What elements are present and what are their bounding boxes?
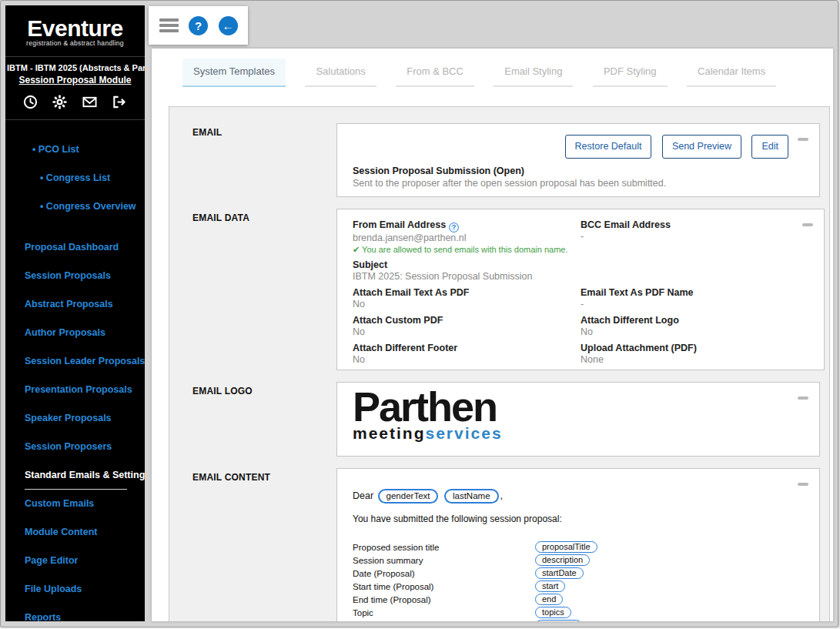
field-bcc-email: BCC Email Address - [581, 219, 808, 255]
collapse-dash-icon[interactable] [798, 483, 808, 486]
section-email: EMAIL Restore Default Send Preview Edit … [169, 123, 829, 197]
merge-tag-lastname: lastName [444, 489, 499, 504]
field-attach-email-text-pdf: Attach Email Text As PDF No [353, 287, 581, 310]
field-label: Email Text As PDF Name [581, 287, 808, 299]
greeting-line: Dear genderText lastName, [353, 489, 804, 504]
mail-icon[interactable] [82, 95, 97, 109]
sidebar-item-congress-overview[interactable]: • Congress Overview [5, 200, 145, 212]
logout-icon[interactable] [112, 95, 126, 109]
collapse-dash-icon[interactable] [798, 396, 808, 400]
content-panel: EMAIL Restore Default Send Preview Edit … [169, 106, 830, 621]
content-row: Topic (Proposal) topicText [353, 619, 804, 621]
field-value: - [581, 231, 808, 243]
edit-button[interactable]: Edit [751, 135, 788, 159]
app-logo-subtitle: registration & abstract handling [5, 39, 145, 47]
field-value: IBTM 2025: Session Proposal Submission [353, 271, 808, 283]
sidebar-item-author-proposals[interactable]: Author Proposals [5, 326, 145, 339]
field-label: Subject [353, 259, 808, 271]
content-row: Start time (Proposal) start [353, 580, 804, 593]
top-toolbar: ? ← [149, 6, 248, 45]
parthen-logo-sub-black: meeting [353, 424, 426, 442]
field-attach-custom-pdf: Attach Custom PDF No [353, 315, 581, 338]
field-help-icon[interactable]: ? [449, 222, 459, 233]
parthen-logo-sub-blue: services [426, 424, 503, 442]
email-content-rows: Proposed session title proposalTitle Ses… [353, 540, 804, 621]
field-from-email: From Email Address? brenda.jansen@parthe… [353, 219, 581, 255]
greeting-prefix: Dear [353, 490, 373, 501]
field-label: Upload Attachment (PDF) [581, 343, 808, 354]
sidebar-nav: • PCO List • Congress List • Congress Ov… [5, 120, 145, 621]
sidebar-item-congress-list[interactable]: • Congress List [5, 172, 145, 184]
merge-tag-topics: topics [535, 607, 571, 618]
section-email-data-label: EMAIL DATA [192, 209, 336, 370]
section-email-content-label: EMAIL CONTENT [192, 468, 336, 621]
back-icon[interactable]: ← [219, 16, 238, 35]
sidebar-item-file-uploads[interactable]: File Uploads [5, 583, 145, 595]
greeting-suffix: , [500, 490, 503, 501]
tab-salutations[interactable]: Salutations [305, 59, 376, 87]
email-data-row: Subject IBTM 2025: Session Proposal Subm… [353, 259, 808, 287]
merge-tag-topictext: topicText [535, 620, 582, 621]
tab-from-bcc[interactable]: From & BCC [396, 59, 474, 87]
congress-name: IBTM - IBTM 2025 (Abstracts & Par... [5, 63, 145, 72]
field-label: BCC Email Address [581, 219, 808, 231]
sidebar-item-session-leader-proposals[interactable]: Session Leader Proposals [5, 355, 145, 367]
restore-default-button[interactable]: Restore Default [565, 135, 652, 159]
app-logo: Eventure registration & abstract handlin… [5, 5, 145, 57]
email-template-title: Session Proposal Submission (Open) [353, 166, 524, 176]
sidebar-item-proposal-dashboard[interactable]: Proposal Dashboard [5, 241, 145, 253]
field-value: - [581, 299, 808, 310]
field-value: None [581, 354, 808, 366]
email-data-row: Attach Custom PDF No Attach Different Lo… [353, 315, 808, 343]
help-icon[interactable]: ? [189, 16, 208, 35]
content-row: End time (Proposal) end [353, 593, 804, 606]
sidebar-item-custom-emails[interactable]: Custom Emails [5, 497, 145, 510]
main-panel: System Templates Salutations From & BCC … [152, 49, 833, 621]
field-label: From Email Address [353, 219, 446, 230]
field-value: No [353, 299, 581, 310]
history-clock-icon[interactable] [23, 95, 38, 109]
sidebar-item-module-content[interactable]: Module Content [5, 526, 145, 538]
section-email-data: EMAIL DATA From Email Address? brenda.ja… [169, 209, 829, 370]
menu-toggle-icon[interactable] [159, 16, 179, 35]
field-value: No [353, 326, 581, 338]
app-window: Eventure registration & abstract handlin… [0, 0, 838, 627]
parthen-logo-title: Parthen [353, 386, 804, 427]
sidebar-item-pco-list[interactable]: • PCO List [5, 143, 145, 156]
email-template-description: Sent to the proposer after the open sess… [353, 178, 666, 189]
field-email-text-pdf-name: Email Text As PDF Name - [581, 287, 808, 310]
tab-system-templates[interactable]: System Templates [182, 59, 286, 87]
sidebar-item-page-editor[interactable]: Page Editor [5, 554, 145, 567]
merge-tag-proposaltitle: proposalTitle [535, 541, 597, 553]
field-value: No [581, 326, 808, 338]
collapse-dash-icon[interactable] [798, 138, 808, 141]
field-label: Attach Different Footer [353, 343, 581, 354]
sidebar-item-presentation-proposals[interactable]: Presentation Proposals [5, 383, 145, 396]
content-row: Proposed session title proposalTitle [353, 540, 804, 554]
check-icon: ✔ [353, 245, 360, 254]
sidebar-item-session-proposals[interactable]: Session Proposals [5, 269, 145, 282]
module-link[interactable]: Session Proposal Module [5, 75, 145, 85]
send-preview-button[interactable]: Send Preview [662, 135, 741, 159]
email-data-row: Attach Different Footer No Upload Attach… [353, 343, 808, 370]
content-row: Topic topics [353, 606, 804, 619]
collapse-dash-icon[interactable] [802, 223, 813, 226]
parthen-logo: Parthen meetingservices [353, 386, 804, 443]
sidebar-item-session-proposers[interactable]: Session Proposers [5, 440, 145, 453]
sidebar-item-standard-emails-settings[interactable]: Standard Emails & Settings [5, 469, 145, 481]
email-data-card: From Email Address? brenda.jansen@parthe… [336, 209, 825, 370]
sidebar-item-abstract-proposals[interactable]: Abstract Proposals [5, 298, 145, 310]
tab-pdf-styling[interactable]: PDF Styling [593, 59, 668, 87]
tab-calendar-items[interactable]: Calendar Items [687, 59, 776, 87]
tab-email-styling[interactable]: Email Styling [494, 59, 573, 87]
sidebar-item-speaker-proposals[interactable]: Speaker Proposals [5, 412, 145, 424]
tab-bar: System Templates Salutations From & BCC … [152, 49, 833, 87]
field-subject: Subject IBTM 2025: Session Proposal Subm… [353, 259, 808, 283]
sidebar-icon-row [5, 95, 145, 109]
email-data-row: From Email Address? brenda.jansen@parthe… [353, 219, 808, 259]
content-row: Session summary description [353, 554, 804, 567]
section-email-label: EMAIL [192, 123, 336, 197]
section-email-logo-label: EMAIL LOGO [192, 382, 336, 457]
gear-icon[interactable] [52, 95, 67, 109]
sidebar-item-reports[interactable]: Reports [5, 611, 145, 621]
